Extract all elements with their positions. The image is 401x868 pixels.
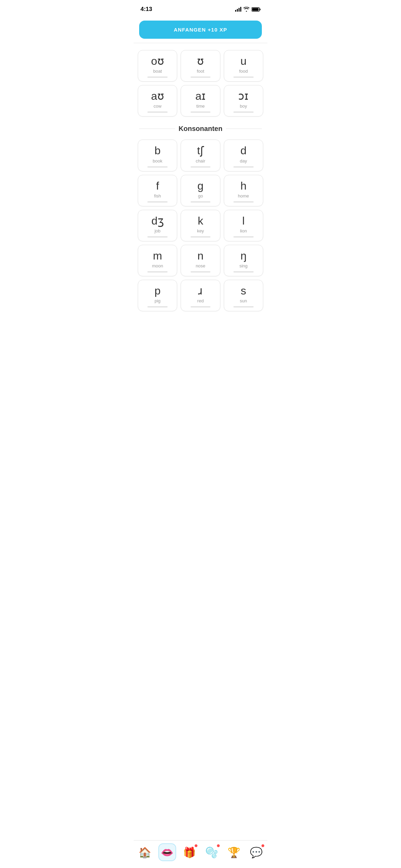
phoneme-progress-bar [147,236,167,238]
phoneme-progress-bar [233,271,253,273]
consonant-card[interactable]: b book [138,140,177,171]
phoneme-symbol: g [197,180,204,192]
diphthong-card[interactable]: aɪ time [181,85,220,117]
phoneme-symbol: dʒ [151,215,164,227]
phoneme-word: job [155,228,160,233]
phoneme-progress-bar [233,76,253,78]
status-bar: 4:13 [134,0,267,15]
consonant-card[interactable]: l lion [224,210,263,241]
phoneme-progress-bar [147,76,167,78]
phoneme-symbol: b [155,145,161,157]
phoneme-progress-bar [191,201,210,203]
diphthong-card[interactable]: u food [224,50,263,82]
section-line-right [226,129,262,129]
consonant-card[interactable]: ɹ red [181,280,220,311]
phoneme-progress-bar [233,166,253,168]
consonant-card[interactable]: k key [181,210,220,241]
phoneme-symbol: d [240,145,246,157]
diphthongs-grid: oʊ boat ʊ foot u food aʊ cow aɪ time ɔɪ … [134,47,267,119]
diphthong-card[interactable]: oʊ boat [138,50,177,82]
phoneme-symbol: p [155,285,161,297]
main-button-container: ANFANGEN +10 XP [134,15,267,43]
phoneme-word: pig [155,298,160,303]
consonant-card[interactable]: dʒ job [138,210,177,241]
phoneme-progress-bar [191,236,210,238]
signal-icon [235,7,241,12]
phoneme-word: sun [240,298,247,303]
consonant-card[interactable]: p pig [138,280,177,311]
consonants-section-header: Konsonanten [134,119,267,137]
phoneme-progress-bar [233,201,253,203]
section-line-left [139,129,175,129]
phoneme-symbol: aɪ [195,90,206,102]
phoneme-word: lion [240,228,247,233]
consonant-card[interactable]: n nose [181,245,220,276]
status-icons [235,7,260,12]
wifi-icon [243,7,250,12]
svg-rect-1 [260,9,261,10]
phoneme-symbol: u [240,55,246,67]
phoneme-progress-bar [233,306,253,308]
phoneme-progress-bar [147,166,167,168]
phoneme-word: sing [239,263,247,268]
phoneme-symbol: n [197,250,204,262]
phoneme-word: book [153,158,162,164]
consonant-card[interactable]: m moon [138,245,177,276]
consonant-card[interactable]: f fish [138,175,177,206]
phoneme-word: red [197,298,204,303]
diphthong-card[interactable]: ɔɪ boy [224,85,263,117]
consonant-card[interactable]: s sun [224,280,263,311]
phoneme-symbol: oʊ [151,55,164,67]
phoneme-word: nose [196,263,205,268]
phoneme-progress-bar [191,306,210,308]
phoneme-word: key [197,228,204,233]
anfangen-button[interactable]: ANFANGEN +10 XP [139,21,262,39]
phoneme-symbol: s [241,285,246,297]
phoneme-symbol: ɔɪ [238,90,248,102]
phoneme-symbol: l [242,215,245,227]
phoneme-word: cow [154,104,161,109]
phoneme-symbol: f [156,180,159,192]
consonant-card[interactable]: h home [224,175,263,206]
phoneme-word: chair [196,158,205,164]
phoneme-symbol: tʃ [197,145,204,157]
phoneme-word: food [239,69,248,74]
phoneme-word: go [198,193,203,198]
phoneme-progress-bar [233,236,253,238]
phoneme-progress-bar [191,111,210,113]
phoneme-word: home [238,193,249,198]
phoneme-progress-bar [147,271,167,273]
phoneme-progress-bar [147,306,167,308]
status-time: 4:13 [141,6,152,13]
phoneme-symbol: aʊ [151,90,164,102]
section-title: Konsonanten [179,125,222,133]
phoneme-word: moon [152,263,163,268]
phoneme-progress-bar [233,111,253,113]
consonant-card[interactable]: tʃ chair [181,140,220,171]
phoneme-symbol: ʊ [197,55,204,67]
phoneme-word: fish [154,193,161,198]
phoneme-word: boy [240,104,247,109]
consonants-grid: b book tʃ chair d day f fish g go h home… [134,137,267,314]
phoneme-progress-bar [147,201,167,203]
top-divider [134,43,267,43]
phoneme-symbol: ŋ [240,250,246,262]
phoneme-word: boat [153,69,162,74]
phoneme-symbol: m [153,250,162,262]
battery-icon [252,7,260,12]
phoneme-symbol: ɹ [198,285,203,297]
consonant-card[interactable]: g go [181,175,220,206]
phoneme-progress-bar [191,271,210,273]
phoneme-symbol: h [240,180,246,192]
phoneme-progress-bar [191,76,210,78]
phoneme-progress-bar [147,111,167,113]
phoneme-word: foot [197,69,204,74]
diphthong-card[interactable]: aʊ cow [138,85,177,117]
diphthong-card[interactable]: ʊ foot [181,50,220,82]
phoneme-word: day [240,158,247,164]
svg-rect-2 [252,8,259,11]
phoneme-word: time [196,104,205,109]
consonant-card[interactable]: d day [224,140,263,171]
consonant-card[interactable]: ŋ sing [224,245,263,276]
phoneme-progress-bar [191,166,210,168]
